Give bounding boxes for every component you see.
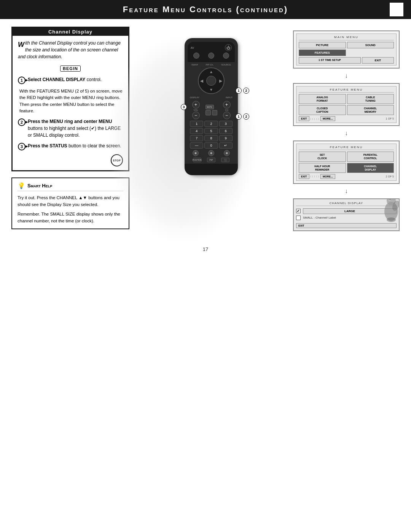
vol-col: + VOL − (192, 101, 200, 119)
remote-pip-row: POSITION PIP ⬛ (190, 158, 233, 162)
vol-minus-button[interactable]: − (192, 112, 200, 119)
dpad-right[interactable]: ▶ (219, 79, 222, 83)
special-btn-3[interactable]: ◉ (224, 150, 230, 156)
av-label: AV (191, 46, 194, 49)
ch-label: CH (225, 109, 228, 111)
smart-help-text: Try it out. Press the CHANNEL ▲▼ buttons… (18, 194, 123, 225)
num-8[interactable]: 8 (204, 135, 218, 141)
stop-circle: STOP (111, 154, 123, 166)
menu-btn-picture[interactable]: PICTURE (299, 42, 346, 48)
power-button[interactable]: ⏻ (225, 44, 232, 51)
num-7[interactable]: 7 (190, 135, 203, 141)
num-enter[interactable]: ↵ (219, 142, 233, 149)
channel-display-box: Channel Display W ith the Channel Displa… (11, 27, 129, 171)
source-label: SOURCE (221, 64, 231, 66)
feature-btn-closed-caption[interactable]: CLOSEDCAPTION (299, 105, 346, 115)
checkbox-large[interactable]: ✔ (296, 209, 301, 213)
vol-plus-button[interactable]: + (192, 101, 200, 109)
menu-btn-sound[interactable]: SOUND (347, 42, 394, 48)
top-buttons-row (189, 53, 233, 59)
feature-btn-parental-control[interactable]: PARENTALCONTROL (347, 152, 394, 161)
feature-more-btn-1[interactable]: MORE... (320, 116, 335, 121)
top-btn-1[interactable] (193, 53, 199, 59)
mute-button[interactable]: MUTE (206, 105, 214, 109)
top-btn-2[interactable] (208, 53, 214, 59)
down-arrow-3: ↓ (345, 188, 348, 195)
feature-btn-set-clock[interactable]: SETCLOCK (299, 152, 346, 161)
feature-exit-btn-2[interactable]: EXIT (299, 174, 309, 179)
extra-btn-2[interactable] (212, 110, 217, 115)
menu-btn-exit[interactable]: EXIT (362, 57, 394, 64)
num-3[interactable]: 3 (219, 121, 233, 127)
remote-bottom-row: ◉ ◉ ◉ (188, 150, 235, 156)
remote-av-row: AV ⏻ (189, 44, 233, 51)
extra-btn-1[interactable] (206, 110, 211, 115)
top-btn-3[interactable] (223, 53, 229, 59)
num-dash[interactable]: — (190, 142, 203, 149)
num-5[interactable]: 5 (204, 128, 218, 134)
dpad-center[interactable] (206, 76, 216, 86)
header-title: Feature Menu Controls (continued) (123, 5, 288, 14)
ch-plus-button[interactable]: + (223, 101, 231, 109)
menu-btn-setup[interactable]: 1 ST TIME SETUP (299, 57, 361, 64)
display-label: DISPLAY (190, 96, 199, 99)
num-2[interactable]: 2 (204, 121, 218, 127)
page-header: Feature Menu Controls (continued) (0, 0, 411, 19)
feature-menu-title-2: FEATURE MENU (299, 145, 394, 150)
step-3-circle: 3 (18, 143, 25, 150)
feature-btn-channel-memory[interactable]: CHANNELMEMORY (347, 105, 394, 115)
feature-menu-box-2: FEATURE MENU SETCLOCK PARENTALCONTROL HA… (296, 144, 397, 181)
feature-exit-row-1: EXIT | | | | | MORE... 1 OF 5 (299, 116, 394, 121)
remote-bottom-space (185, 164, 238, 175)
feature-menu-title-1: FEATURE MENU (299, 88, 394, 93)
dpad-down[interactable]: ▼ (209, 88, 213, 92)
pip-extra[interactable]: ⬛ (221, 158, 229, 162)
page-indicator-2: 2 OF 5 (386, 175, 394, 178)
feature-btn-analog-format[interactable]: ANALOGFORMAT (299, 94, 346, 104)
num-9[interactable]: 9 (219, 135, 233, 141)
pip-btn[interactable]: PIP (207, 158, 215, 162)
remote-mid-section: + VOL − MUTE + (188, 101, 235, 119)
remote-wrapper: 3 1 2 1 2 AV ⏻ (185, 38, 238, 175)
arrow-1: ↓ (293, 72, 400, 79)
checkbox-small[interactable] (296, 216, 301, 220)
dpad-left[interactable]: ◀ (200, 79, 203, 83)
num-1[interactable]: 1 (190, 121, 203, 127)
feature-btn-half-hour[interactable]: HALF HOURREMINDER (299, 163, 346, 173)
page-number: 17 (0, 239, 411, 256)
step-2: 2 Press the MENU ring and center MENU bu… (18, 118, 123, 139)
arrow-3: ↓ (293, 188, 400, 195)
dpad-up[interactable]: ▲ (209, 70, 213, 74)
feature-menu-box-1: FEATURE MENU ANALOGFORMAT CABLETUNING CL… (296, 86, 397, 123)
page-indicator-1: 1 OF 5 (386, 117, 394, 120)
channel-display-exit-btn[interactable]: EXIT (296, 223, 397, 228)
ch-minus-button[interactable]: − (223, 112, 231, 119)
main-menu-screen: MAIN MENU PICTURE SOUND FEATURES 1 ST TI… (293, 30, 400, 69)
header-box (390, 3, 403, 16)
feature-btn-channel-display[interactable]: CHANNELDISPLAY (347, 163, 394, 173)
special-btn-1[interactable]: ◉ (193, 150, 199, 156)
tick-marks-2: | | | | | (311, 175, 319, 177)
tick-marks-1: | | | | | (311, 118, 319, 120)
input-label: INPUT (226, 96, 233, 99)
feature-exit-btn-1[interactable]: EXIT (299, 116, 309, 121)
remote-top: AV ⏻ (188, 42, 235, 62)
remote-dpad[interactable]: ▲ ▼ ◀ ▶ (198, 67, 225, 94)
position-btn[interactable]: POSITION (193, 158, 201, 162)
down-arrow-1: ↓ (345, 72, 348, 79)
center-btns: MUTE (206, 105, 217, 115)
smart-help-p2: Remember. The SMALL SIZE display shows o… (18, 211, 123, 225)
num-4[interactable]: 4 (190, 128, 203, 134)
step-3-text: Press the STATUS button to clear the scr… (28, 142, 123, 149)
display-display-row: DISPLAY INPUT (188, 96, 235, 99)
feature-more-btn-2[interactable]: MORE... (320, 174, 335, 179)
remote-ring-area: ▲ ▼ ◀ ▶ (188, 67, 235, 94)
arrow-2: ↓ (293, 130, 400, 137)
remote: AV ⏻ SWAP PIP Ch. SOURCE (185, 38, 238, 175)
feature-btn-cable-tuning[interactable]: CABLETUNING (347, 94, 394, 104)
menu-btn-features[interactable]: FEATURES (299, 50, 346, 56)
step-2-circle: 2 (18, 118, 25, 126)
special-btn-2[interactable]: ◉ (208, 150, 214, 156)
num-6[interactable]: 6 (219, 128, 233, 134)
num-0[interactable]: 0 (204, 142, 218, 149)
